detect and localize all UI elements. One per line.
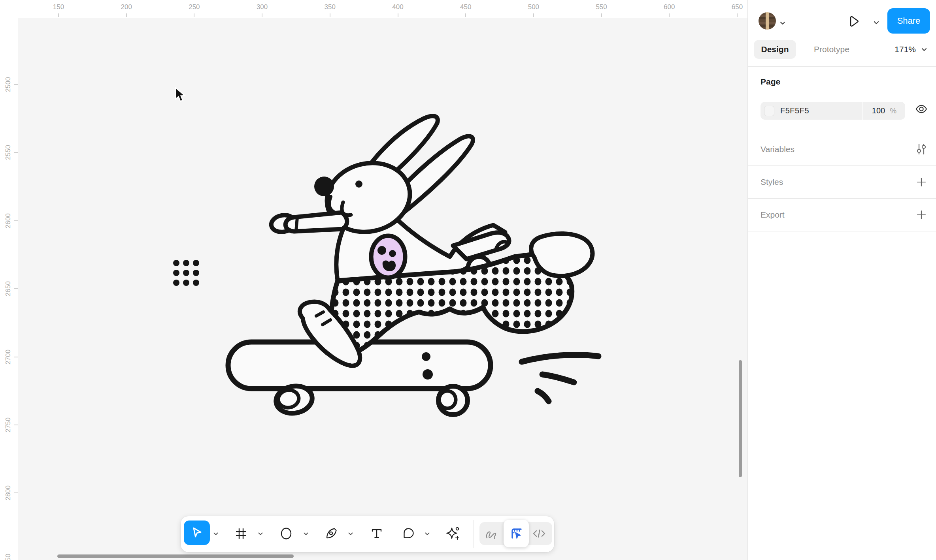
top-ruler-label: 550 [596,3,607,11]
left-ruler[interactable]: 25002550260026502700275028002850 [0,0,18,560]
comment-tool-button[interactable] [402,527,415,540]
fill-hex-value[interactable]: F5F5F5 [780,106,809,115]
comment-tool-chevron-icon[interactable] [425,532,430,536]
page-fill-color-field[interactable]: F5F5F5 [760,102,862,120]
avatar-chevron-icon[interactable] [780,19,785,26]
fill-opacity-value[interactable]: 100 [872,106,885,115]
left-ruler-label: 2650 [4,277,14,301]
pen-tool-button[interactable] [325,527,338,540]
text-tool-button[interactable] [371,528,383,539]
top-ruler-tick [330,13,330,17]
shape-tool-chevron-icon[interactable] [304,532,308,536]
rabbit-skateboard-illustration[interactable] [0,0,747,560]
actions-sparkle-button[interactable] [446,527,459,540]
page-section-title: Page [760,77,780,86]
variables-section-row[interactable]: Variables [748,133,936,166]
page-fill-row: F5F5F5 100 % [760,102,905,120]
left-ruler-label: 2800 [4,481,14,505]
pen-tool-chevron-icon[interactable] [348,532,353,536]
deck-bolt [422,352,430,361]
sparkle-icon [446,527,459,540]
speed-lines [522,355,598,401]
user-avatar[interactable] [759,12,776,30]
design-canvas[interactable]: 25002550260026502700275028002850 1502002… [0,0,747,560]
top-ruler-tick [465,13,466,17]
top-ruler-label: 400 [392,3,403,11]
frame-tool-chevron-icon[interactable] [258,532,263,536]
toolbar-divider [473,520,474,548]
ellipse-icon [280,527,292,540]
chest-badge [371,236,405,278]
top-ruler-label: 650 [732,3,743,11]
top-ruler-tick [533,13,534,17]
share-button[interactable]: Share [887,8,930,34]
left-ruler-label: 2850 [4,549,14,560]
mouse-cursor-icon [173,87,187,103]
page-fill-opacity-field[interactable]: 100 % [863,102,905,120]
left-ruler-tick [14,425,18,425]
move-tool-chevron-icon[interactable] [213,532,218,536]
top-ruler-label: 600 [664,3,675,11]
vertical-scrollbar[interactable] [739,360,742,477]
styles-plus-icon[interactable] [916,177,927,187]
top-ruler-tick [126,13,127,17]
zoom-chevron-icon [921,48,927,51]
top-ruler-label: 350 [325,3,336,11]
comment-bubble-icon [402,527,415,540]
ellipse-tool-button[interactable] [280,527,292,540]
present-play-icon[interactable] [848,15,860,29]
left-ruler-tick [14,152,18,153]
variables-adjust-icon[interactable] [916,143,927,155]
top-ruler-label: 150 [53,3,64,11]
top-ruler-label: 200 [121,3,132,11]
color-swatch[interactable] [764,106,774,116]
deck-bolt [423,369,433,380]
fill-opacity-unit: % [890,107,896,115]
top-ruler-label: 500 [528,3,539,11]
tab-design[interactable]: Design [754,40,796,59]
properties-panel: Share Design Prototype 171% Page F5F5F5 … [747,0,936,560]
zoom-level-value: 171% [894,45,916,54]
dev-mode-button[interactable] [532,528,546,539]
top-ruler-tick [601,13,602,17]
measure-ruler-cursor-icon [510,527,523,540]
horizontal-scrollbar[interactable] [57,554,294,558]
top-ruler-label: 450 [460,3,471,11]
present-chevron-icon[interactable] [874,19,879,26]
top-ruler-tick [737,13,738,17]
zoom-level-control[interactable]: 171% [894,40,930,59]
dots-grid-decor [173,260,199,286]
variables-label: Variables [760,145,794,154]
bottom-toolbar [181,516,554,552]
pen-icon [325,527,338,540]
move-tool-button[interactable] [184,521,210,545]
styles-section-row[interactable]: Styles [748,166,936,199]
tab-prototype[interactable]: Prototype [806,40,857,59]
left-ruler-label: 2600 [4,209,14,233]
left-ruler-label: 2750 [4,413,14,437]
export-plus-icon[interactable] [916,210,927,220]
left-ruler-tick [14,220,18,221]
draw-squiggle-icon [485,528,498,539]
frame-tool-button[interactable] [235,528,247,539]
top-ruler-tick [262,13,262,17]
page-section: Page F5F5F5 100 % [748,67,936,133]
fill-visibility-eye-icon[interactable] [915,105,927,115]
top-ruler-tick [669,13,670,17]
top-ruler[interactable]: 150200250300350400450500550600650 [0,0,747,18]
rabbit-nose [314,177,334,196]
top-ruler-label: 250 [189,3,200,11]
left-ruler-tick [14,357,18,357]
panel-header: Share Design Prototype 171% [748,0,936,67]
export-label: Export [760,210,785,220]
measure-tool-button[interactable] [504,520,529,547]
left-ruler-label: 2550 [4,141,14,164]
code-icon [532,528,546,539]
top-ruler-tick [58,13,59,17]
top-ruler-tick [398,13,398,17]
top-ruler-label: 300 [257,3,268,11]
rabbit-eye [355,180,362,188]
draw-tool-button[interactable] [485,528,498,539]
export-section-row[interactable]: Export [748,199,936,231]
left-ruler-label: 2700 [4,345,14,369]
